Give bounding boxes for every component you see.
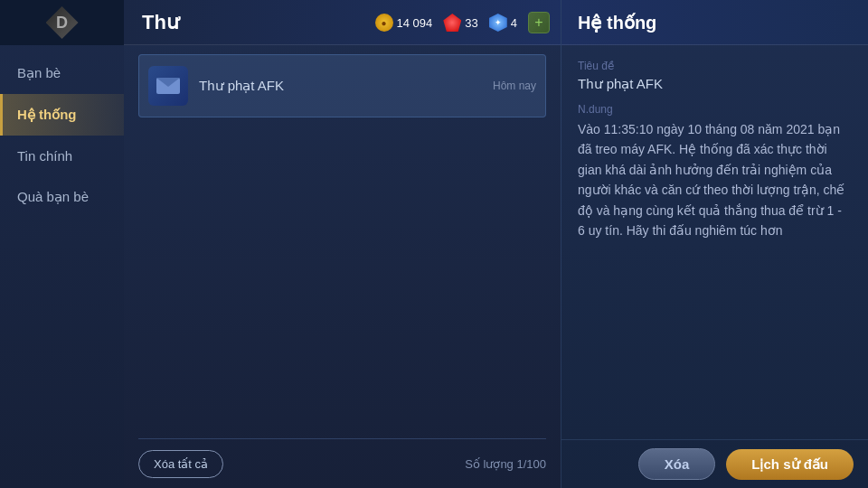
envelope-shape	[156, 78, 180, 94]
right-panel: Hệ thống Tiêu đề Thư phạt AFK N.dung Vào…	[561, 0, 868, 488]
mail-subject: Thư phạt AFK	[199, 78, 493, 94]
add-currency-button[interactable]: +	[528, 12, 550, 33]
gold-currency: ● 14 094	[375, 14, 433, 32]
history-button[interactable]: Lịch sử đấu	[726, 449, 854, 480]
sidebar-item-qua-ban-be[interactable]: Quà bạn bè	[0, 176, 124, 218]
header-currencies: ● 14 094 33 ✦ 4 +	[375, 0, 561, 45]
gold-amount: 14 094	[397, 16, 433, 30]
subject-value: Thư phạt AFK	[578, 76, 852, 92]
crystal-currency: ✦ 4	[489, 14, 517, 32]
right-panel-header: Hệ thống	[561, 0, 868, 45]
crystal-amount: 4	[511, 16, 517, 30]
gem-amount: 33	[465, 16, 477, 30]
body-text: Vào 11:35:10 ngày 10 tháng 08 năm 2021 b…	[578, 119, 852, 240]
logo-icon: D	[46, 6, 79, 39]
mail-list-footer: Xóa tất cả Số lượng 1/100	[124, 439, 561, 488]
sidebar-item-qua-ban-be-label: Quà bạn bè	[17, 189, 89, 204]
body-label: N.dung	[578, 103, 852, 116]
gem-currency: 33	[443, 14, 477, 32]
sidebar-item-ban-be-label: Bạn bè	[17, 65, 61, 80]
delete-button[interactable]: Xóa	[638, 448, 716, 480]
crystal-icon: ✦	[489, 14, 507, 32]
gem-icon	[443, 14, 461, 32]
mail-list: Thư phạt AFK Hôm nay	[124, 45, 561, 438]
mail-item[interactable]: Thư phạt AFK Hôm nay	[138, 54, 546, 117]
right-panel-footer: Xóa Lịch sử đấu	[561, 439, 868, 488]
sidebar-logo: D	[0, 0, 124, 45]
delete-all-button[interactable]: Xóa tất cả	[138, 450, 223, 478]
page-title: Thư	[142, 11, 179, 34]
sidebar: D Bạn bè Hệ thống Tin chính Quà bạn bè	[0, 0, 124, 488]
main-content: Thư ● 14 094 33 ✦ 4 +	[124, 0, 561, 488]
mail-envelope-icon	[148, 66, 188, 106]
subject-label: Tiêu đề	[578, 60, 852, 72]
sidebar-item-tin-chinh[interactable]: Tin chính	[0, 136, 124, 176]
right-panel-title: Hệ thống	[578, 12, 656, 33]
app-container: D Bạn bè Hệ thống Tin chính Quà bạn bè T…	[0, 0, 868, 488]
mail-date: Hôm nay	[493, 80, 536, 92]
main-header: Thư ● 14 094 33 ✦ 4 +	[124, 0, 561, 45]
gold-icon: ●	[375, 14, 393, 32]
mail-count: Số lượng 1/100	[465, 457, 546, 471]
sidebar-item-he-thong[interactable]: Hệ thống	[0, 94, 124, 136]
sidebar-item-he-thong-label: Hệ thống	[17, 107, 76, 122]
sidebar-item-tin-chinh-label: Tin chính	[17, 148, 72, 164]
sidebar-nav: Bạn bè Hệ thống Tin chính Quà bạn bè	[0, 52, 124, 218]
sidebar-item-ban-be[interactable]: Bạn bè	[0, 52, 124, 94]
right-panel-body: Tiêu đề Thư phạt AFK N.dung Vào 11:35:10…	[561, 45, 868, 439]
